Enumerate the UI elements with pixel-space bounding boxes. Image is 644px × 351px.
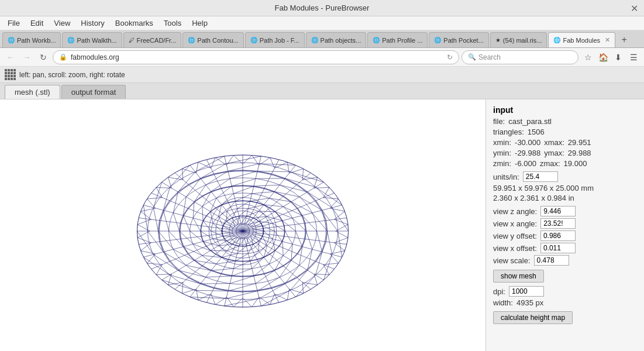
- tab-label-9: Fab Modules: [563, 37, 600, 44]
- xmax-label: xmax:: [544, 138, 564, 147]
- forward-button[interactable]: →: [20, 50, 34, 64]
- ymax-label: ymax:: [544, 149, 564, 157]
- tab-label-7: Path Pocket...: [443, 37, 483, 44]
- reload-button[interactable]: ↻: [36, 50, 50, 64]
- menu-edit[interactable]: Edit: [26, 18, 48, 29]
- width-value: 4935 px: [516, 298, 543, 307]
- view-z-angle-label: view z angle:: [493, 207, 537, 216]
- grid-icon: [5, 69, 16, 80]
- tab-3[interactable]: 🌐 Path Contou...: [182, 32, 243, 47]
- search-box[interactable]: 🔍 Search: [462, 50, 578, 64]
- width-row: width: 4935 px: [493, 298, 637, 307]
- tab-label-4: Path Job - F...: [260, 37, 299, 44]
- units-input[interactable]: [523, 171, 558, 182]
- view-x-angle-label: view x angle:: [493, 219, 537, 228]
- view-z-angle-row: view z angle:: [493, 206, 637, 216]
- triangles-label: triangles:: [493, 128, 524, 136]
- menu-bar: File Edit View History Bookmarks Tools H…: [0, 16, 644, 30]
- tab-label-5: Path objects...: [321, 37, 361, 44]
- tab-mesh-stl[interactable]: mesh (.stl): [5, 85, 60, 99]
- file-row: file: cast_para.stl: [493, 117, 637, 126]
- units-label: units/in:: [493, 173, 519, 181]
- menu-file[interactable]: File: [3, 18, 25, 29]
- tab-2[interactable]: 🖊 FreeCAD/Fr...: [123, 32, 182, 47]
- tab-8[interactable]: ★ (54) mail.ris...: [490, 32, 547, 47]
- tab-bar: 🌐 Path Workb... 🌐 Path Walkth... 🖊 FreeC…: [0, 30, 644, 48]
- tab-6[interactable]: 🌐 Path Profile ...: [367, 32, 428, 47]
- back-button[interactable]: ←: [4, 50, 18, 64]
- ymin-value: -29.988: [515, 149, 540, 157]
- dimensions-in: 2.360 x 2.361 x 0.984 in: [493, 194, 637, 202]
- xmin-label: xmin:: [493, 138, 511, 147]
- dpi-row: dpi:: [493, 286, 637, 297]
- menu-help[interactable]: Help: [187, 18, 212, 29]
- tab-0[interactable]: 🌐 Path Workb...: [2, 32, 61, 47]
- canvas-area[interactable]: [0, 99, 486, 351]
- bookmark-star-icon[interactable]: ☆: [581, 50, 595, 64]
- main-content: input file: cast_para.stl triangles: 150…: [0, 99, 644, 351]
- triangles-value: 1506: [528, 128, 545, 136]
- tab-7[interactable]: 🌐 Path Pocket...: [429, 32, 488, 47]
- tab-label-3: Path Contou...: [197, 37, 238, 44]
- view-y-offset-row: view y offset:: [493, 230, 637, 241]
- tab-icon-8: ★: [495, 37, 501, 43]
- pan-hint: left: pan, scroll: zoom, right: rotate: [19, 71, 125, 79]
- dpi-input[interactable]: [509, 286, 544, 297]
- mesh-canvas[interactable]: [0, 99, 485, 351]
- units-row: units/in:: [493, 171, 637, 182]
- tab-label-6: Path Profile ...: [382, 37, 422, 44]
- xmin-value: -30.000: [515, 138, 540, 147]
- reload-small-icon: ↻: [447, 53, 453, 61]
- view-x-offset-row: view x offset:: [493, 243, 637, 253]
- show-mesh-btn[interactable]: show mesh: [493, 270, 544, 283]
- view-x-offset-input[interactable]: [540, 243, 576, 253]
- tab-1[interactable]: 🌐 Path Walkth...: [62, 32, 122, 47]
- home-icon[interactable]: 🏠: [596, 50, 610, 64]
- window-title: Fab Modules - PureBrowser: [275, 4, 370, 12]
- menu-history[interactable]: History: [76, 18, 109, 29]
- close-button[interactable]: ✕: [631, 2, 638, 13]
- tab-9-active[interactable]: 🌐 Fab Modules ✕: [548, 32, 615, 47]
- search-placeholder: Search: [478, 53, 501, 61]
- dpi-label: dpi:: [493, 287, 505, 296]
- tab-label-0: Path Workb...: [17, 37, 56, 44]
- lock-icon: 🔒: [59, 53, 67, 61]
- tab-icon-4: 🌐: [250, 37, 257, 43]
- url-bar[interactable]: 🔒 fabmodules.org ↻: [53, 50, 459, 64]
- menu-icon[interactable]: ☰: [626, 50, 640, 64]
- new-tab-button[interactable]: +: [617, 32, 632, 47]
- view-z-angle-input[interactable]: [540, 206, 576, 216]
- tab-label-8: (54) mail.ris...: [503, 37, 542, 44]
- menu-tools[interactable]: Tools: [159, 18, 186, 29]
- zmin-label: zmin:: [493, 159, 511, 168]
- title-bar: Fab Modules - PureBrowser ✕: [0, 0, 644, 16]
- ymax-value: 29.988: [568, 149, 591, 157]
- menu-bookmarks[interactable]: Bookmarks: [111, 18, 158, 29]
- dimensions-mm: 59.951 x 59.976 x 25.000 mm: [493, 184, 637, 192]
- tab-icon-2: 🖊: [129, 37, 135, 43]
- view-scale-row: view scale:: [493, 255, 637, 266]
- tab-5[interactable]: 🌐 Path objects...: [306, 32, 367, 47]
- tab-label-2: FreeCAD/Fr...: [137, 37, 177, 44]
- info-bar: left: pan, scroll: zoom, right: rotate: [0, 67, 644, 83]
- tab-label-1: Path Walkth...: [77, 37, 116, 44]
- triangles-row: triangles: 1506: [493, 128, 637, 136]
- download-icon[interactable]: ⬇: [611, 50, 625, 64]
- content-tabs: mesh (.stl) output format: [0, 83, 644, 99]
- tab-output-format[interactable]: output format: [61, 85, 126, 99]
- xmin-row: xmin: -30.000 xmax: 29.951: [493, 138, 637, 147]
- view-y-offset-input[interactable]: [540, 230, 576, 241]
- tab-icon-0: 🌐: [8, 37, 15, 43]
- zmax-label: zmax:: [540, 159, 560, 168]
- view-x-angle-input[interactable]: [540, 218, 576, 229]
- zmax-value: 19.000: [564, 159, 587, 168]
- file-value: cast_para.stl: [508, 117, 552, 126]
- calculate-btn[interactable]: calculate height map: [493, 311, 573, 324]
- menu-view[interactable]: View: [49, 18, 75, 29]
- view-scale-label: view scale:: [493, 256, 531, 265]
- tab-close-9[interactable]: ✕: [605, 36, 610, 44]
- tab-4[interactable]: 🌐 Path Job - F...: [245, 32, 305, 47]
- width-label: width:: [493, 298, 513, 307]
- tab-icon-9: 🌐: [553, 37, 560, 43]
- view-scale-input[interactable]: [534, 255, 569, 266]
